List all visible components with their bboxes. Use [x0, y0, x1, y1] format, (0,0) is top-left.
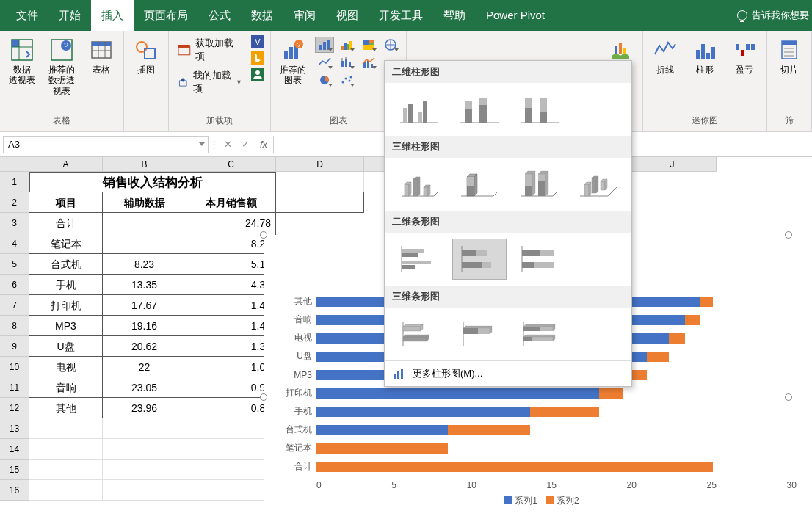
chart-bar-segment[interactable] [530, 407, 599, 417]
pivot-table-button[interactable]: 数据 透视表 [6, 35, 38, 87]
stacked-column-option[interactable] [452, 89, 507, 130]
sparkline-column-button[interactable]: 柱形 [689, 35, 721, 76]
cell[interactable]: 20.62 [103, 336, 186, 357]
chart-bar-segment[interactable] [599, 388, 623, 399]
clustered-column-option[interactable] [392, 89, 446, 130]
row-header[interactable]: 2 [0, 192, 29, 213]
cell[interactable] [276, 172, 364, 192]
map-chart-dropdown[interactable] [381, 37, 400, 53]
cell[interactable]: 手机 [29, 275, 103, 295]
cell[interactable] [186, 418, 276, 439]
cell[interactable] [186, 480, 276, 501]
column-header[interactable]: B [103, 157, 186, 172]
row-header[interactable]: 13 [0, 418, 29, 439]
cancel-formula-button[interactable]: ✕ [219, 139, 236, 150]
line-chart-dropdown[interactable] [315, 54, 334, 70]
people-icon[interactable] [251, 68, 264, 81]
visio-icon[interactable]: V [251, 35, 264, 48]
row-header[interactable]: 10 [0, 357, 29, 377]
3d-stacked-column-option[interactable] [452, 164, 505, 205]
cell[interactable]: 台式机 [29, 254, 103, 275]
column-chart-dropdown[interactable] [315, 37, 334, 53]
chart-bar-segment[interactable] [685, 315, 700, 325]
3d-100-stacked-column-option[interactable] [511, 164, 565, 205]
hierarchy-chart-dropdown[interactable] [359, 37, 378, 53]
cell[interactable]: 音响 [29, 377, 103, 398]
cell[interactable] [103, 480, 186, 501]
3d-clustered-column-option[interactable] [392, 164, 446, 205]
chart-bar-segment[interactable] [316, 388, 599, 399]
cell[interactable] [186, 439, 276, 460]
cell[interactable] [29, 460, 103, 480]
tab-formulas[interactable]: 公式 [198, 0, 241, 31]
column-header[interactable]: D [276, 157, 364, 172]
tab-view[interactable]: 视图 [326, 0, 369, 31]
more-column-charts-button[interactable]: 更多柱形图(M)... [385, 360, 631, 386]
cell[interactable]: U盘 [29, 336, 103, 357]
sparkline-winloss-button[interactable]: 盈亏 [728, 35, 761, 76]
chevron-down-icon[interactable] [199, 142, 205, 146]
table-button[interactable]: 表格 [85, 35, 117, 76]
resize-handle[interactable] [260, 393, 267, 401]
cell[interactable]: 项目 [29, 192, 103, 213]
chart-bar-segment[interactable] [448, 425, 530, 435]
recommended-charts-button[interactable]: ? 推荐的 图表 [277, 35, 309, 87]
cell[interactable]: 0.82 [186, 398, 276, 418]
select-all-corner[interactable] [0, 157, 29, 172]
row-header[interactable]: 12 [0, 398, 29, 418]
cell[interactable] [103, 233, 186, 254]
3d-clustered-bar-option[interactable] [392, 313, 446, 355]
chart-bar-segment[interactable] [700, 297, 713, 307]
column-header[interactable]: C [186, 157, 276, 172]
cell[interactable]: 23.05 [103, 377, 186, 398]
row-header[interactable]: 8 [0, 316, 29, 336]
cell[interactable]: 1.49 [186, 295, 276, 316]
cell[interactable] [186, 460, 276, 480]
pie-chart-dropdown[interactable] [315, 72, 334, 88]
row-header[interactable]: 1 [0, 172, 29, 192]
tab-data[interactable]: 数据 [241, 0, 283, 31]
cell[interactable]: 8.23 [103, 254, 186, 275]
cell[interactable]: MP3 [29, 316, 103, 336]
chart-bar-segment[interactable] [316, 462, 713, 472]
resize-handle[interactable] [785, 231, 792, 239]
row-header[interactable]: 16 [0, 480, 29, 501]
cell[interactable]: 17.67 [103, 295, 186, 316]
slicer-button[interactable]: 切片 [773, 35, 805, 76]
tab-powerpivot[interactable]: Power Pivot [476, 0, 555, 31]
confirm-formula-button[interactable]: ✓ [236, 139, 254, 150]
combo-chart-dropdown[interactable] [359, 54, 378, 70]
illustrations-button[interactable]: 插图 [130, 35, 162, 76]
tell-me[interactable]: 告诉我你想要 [737, 9, 812, 22]
chart-bar-segment[interactable] [316, 443, 448, 454]
cell[interactable]: 辅助数据 [103, 192, 186, 213]
cell[interactable]: 1.05 [186, 357, 276, 377]
tab-developer[interactable]: 开发工具 [369, 0, 433, 31]
bar-chart-dropdown[interactable] [337, 37, 356, 53]
cell[interactable] [29, 439, 103, 460]
row-header[interactable]: 6 [0, 275, 29, 295]
cell[interactable] [103, 418, 186, 439]
cell[interactable]: 合计 [29, 213, 103, 233]
column-header[interactable]: J [628, 157, 717, 172]
tab-file[interactable]: 文件 [6, 0, 48, 31]
row-header[interactable]: 3 [0, 213, 29, 233]
tab-layout[interactable]: 页面布局 [134, 0, 198, 31]
cell[interactable]: 22 [103, 357, 186, 377]
100-stacked-bar-option[interactable] [512, 239, 567, 280]
stat-chart-dropdown[interactable] [337, 54, 356, 70]
my-addins-button[interactable]: 我的加载项 ▼ [175, 68, 245, 97]
stacked-bar-option[interactable] [452, 239, 507, 280]
tab-help[interactable]: 帮助 [433, 0, 476, 31]
chart-bar-segment[interactable] [647, 352, 669, 362]
100-stacked-column-option[interactable] [512, 89, 567, 130]
cell[interactable]: 13.35 [103, 275, 186, 295]
cell[interactable] [29, 418, 103, 439]
sparkline-line-button[interactable]: 折线 [649, 35, 681, 76]
row-header[interactable]: 11 [0, 377, 29, 398]
cell[interactable]: 24.78 [186, 213, 276, 233]
recommended-pivot-button[interactable]: ? 推荐的 数据透视表 [44, 35, 79, 98]
3d-stacked-bar-option[interactable] [452, 313, 507, 355]
3d-100-stacked-bar-option[interactable] [512, 313, 567, 355]
cell[interactable]: 打印机 [29, 295, 103, 316]
